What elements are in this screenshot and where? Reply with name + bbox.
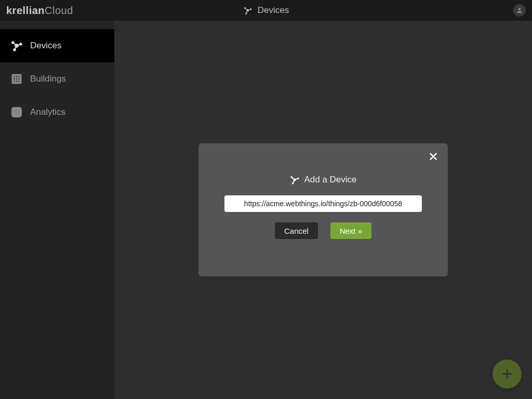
svg-rect-23 (18, 81, 20, 82)
svg-point-4 (244, 7, 246, 9)
buildings-icon (10, 73, 23, 85)
modal-title: Add a Device (209, 175, 437, 185)
page-title-text: Devices (258, 5, 289, 16)
svg-point-29 (291, 176, 293, 178)
sidebar-item-label: Analytics (30, 107, 65, 117)
sidebar-item-buildings[interactable]: Buildings (0, 62, 114, 96)
sidebar-item-label: Buildings (30, 74, 66, 84)
svg-point-5 (250, 8, 251, 10)
svg-rect-21 (14, 81, 15, 82)
svg-rect-17 (18, 76, 20, 77)
add-device-fab[interactable]: + (493, 360, 522, 389)
svg-rect-15 (14, 76, 15, 77)
svg-point-3 (246, 9, 249, 12)
svg-point-12 (20, 43, 22, 46)
brand-light: Cloud (45, 5, 73, 16)
svg-rect-19 (16, 78, 18, 80)
user-icon (516, 7, 523, 14)
profile-button[interactable] (513, 4, 526, 17)
next-button[interactable]: Next » (330, 222, 371, 239)
brand-bold: krellian (6, 5, 45, 16)
sidebar-item-analytics[interactable]: Analytics (0, 96, 114, 129)
svg-point-11 (12, 42, 15, 44)
svg-rect-22 (16, 81, 18, 82)
devices-icon (10, 39, 23, 52)
svg-point-6 (245, 12, 247, 14)
svg-rect-16 (16, 76, 18, 77)
brand-logo[interactable]: krellianCloud (6, 5, 73, 17)
analytics-icon (10, 106, 23, 118)
main-content: + ✕ Add a Device Cancel Next » (114, 21, 532, 399)
sidebar-item-label: Devices (30, 41, 61, 51)
add-device-modal: ✕ Add a Device Cancel Next » (198, 143, 448, 276)
page-title: Devices (243, 5, 289, 16)
svg-point-31 (292, 182, 294, 184)
devices-icon (289, 175, 300, 185)
svg-point-30 (297, 178, 299, 180)
close-button[interactable]: ✕ (428, 151, 438, 163)
top-bar: krellianCloud Devices (0, 0, 532, 21)
svg-point-28 (294, 178, 296, 181)
devices-icon (243, 6, 252, 15)
cancel-button[interactable]: Cancel (275, 222, 318, 239)
modal-title-text: Add a Device (304, 175, 356, 185)
sidebar-item-devices[interactable]: Devices (0, 29, 114, 62)
svg-rect-18 (14, 78, 15, 80)
plus-icon: + (501, 365, 512, 383)
svg-rect-20 (18, 78, 20, 80)
svg-point-13 (14, 49, 16, 51)
close-icon: ✕ (428, 150, 438, 164)
svg-point-10 (15, 44, 19, 48)
device-url-input[interactable] (224, 195, 422, 212)
sidebar: Devices Buildings Analytics (0, 21, 114, 399)
